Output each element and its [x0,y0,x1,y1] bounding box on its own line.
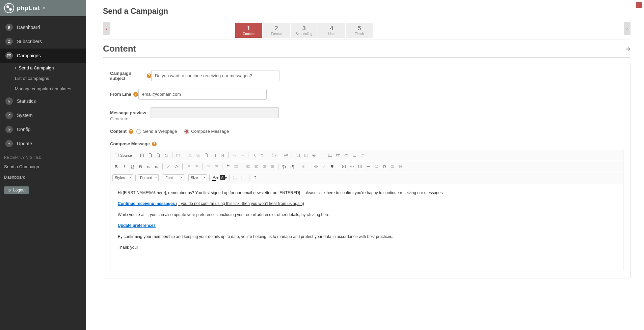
textcolor-icon[interactable]: A▾ [212,174,219,181]
confirm-link[interactable]: Continue receiving messages [118,201,175,206]
info-badge[interactable]: i [636,2,642,8]
recent-dashboard[interactable]: Dashboard [0,172,86,182]
div-icon[interactable] [233,163,240,170]
aligncenter-icon[interactable] [252,163,260,170]
templates-icon[interactable] [175,152,182,159]
subject-input[interactable] [151,70,279,81]
showblocks-icon[interactable] [240,174,247,181]
imagebutton-icon[interactable] [351,152,358,159]
cut-icon[interactable] [186,152,194,159]
copy-icon[interactable] [194,152,202,159]
paste-icon[interactable] [203,152,210,159]
spellcheck-icon[interactable]: ABC [282,152,290,159]
hiddenfield-icon[interactable] [359,152,366,159]
specialchar-icon[interactable]: Ω [381,163,388,170]
nav-system[interactable]: System [0,108,86,122]
size-select[interactable]: Size [188,174,207,181]
step-format[interactable]: 2 Format [263,23,290,38]
font-select[interactable]: Font [163,174,184,181]
recent-send-campaign[interactable]: Send a Campaign [0,161,86,172]
find-icon[interactable] [250,152,258,159]
justify-icon[interactable] [269,163,276,170]
redo-icon[interactable] [239,152,246,159]
bold-icon[interactable]: B [112,163,120,170]
paste-word-icon[interactable]: W [219,152,226,159]
preview-icon[interactable] [155,152,162,159]
unlink-icon[interactable] [320,163,328,170]
select-icon[interactable] [334,152,342,159]
logo[interactable]: phpList® [4,3,45,13]
source-button[interactable]: Source [112,152,134,159]
hr-icon[interactable] [365,163,372,170]
subnav-manage-templates[interactable]: Manage campaign templates [9,84,86,94]
help-icon[interactable]: ? [152,142,157,146]
nav-update[interactable]: Update [0,137,86,151]
logout-button[interactable]: Logout [4,186,29,194]
nav-campaigns[interactable]: Campaigns [0,49,86,63]
flash-icon[interactable]: f [348,163,356,170]
underline-icon[interactable]: U [129,163,136,170]
nav-statistics[interactable]: Statistics [0,94,86,108]
help-icon[interactable]: ? [133,92,138,97]
link-icon[interactable] [312,163,320,170]
nav-dashboard[interactable]: Dashboard [0,20,86,34]
image-icon[interactable] [340,163,348,170]
nav-subscribers[interactable]: Subscribers [0,34,86,49]
bulletlist-icon[interactable] [193,163,200,170]
step-content[interactable]: 1 Content [235,23,262,38]
replace-icon[interactable] [259,152,266,159]
step-scheduling[interactable]: 3 Scheduling [291,23,318,38]
from-input[interactable] [138,89,267,100]
format-select[interactable]: Format [138,174,159,181]
help-icon[interactable]: ? [147,73,151,78]
wizard-next-button[interactable]: › [624,22,630,35]
alignleft-icon[interactable] [244,163,252,170]
language-icon[interactable]: 語 [300,163,308,170]
table-icon[interactable] [356,163,364,170]
ltr-icon[interactable]: ¶‹ [280,163,288,170]
italic-icon[interactable]: I [120,163,128,170]
save-icon[interactable] [138,152,146,159]
maximize-icon[interactable] [232,174,239,181]
checkbox-icon[interactable] [302,152,310,159]
radio-webpage[interactable]: Send a Webpage [136,129,177,134]
rtl-icon[interactable]: ›¶ [289,163,296,170]
nav-config[interactable]: Config [0,122,86,137]
strike-icon[interactable]: S [137,163,144,170]
editor-body[interactable]: Hi [FIRST NAME%%there], remember us? You… [110,183,623,271]
numberlist-icon[interactable]: 12 [185,163,192,170]
radio-icon[interactable] [310,152,318,159]
styles-select[interactable]: Styles [112,174,133,181]
subnav-list-campaigns[interactable]: List of campaigns [9,73,86,84]
selectall-icon[interactable] [270,152,278,159]
iframe-icon[interactable] [397,163,404,170]
textfield-icon[interactable] [318,152,326,159]
step-lists[interactable]: 4 Lists [318,23,345,38]
outdent-icon[interactable] [205,163,212,170]
paste-text-icon[interactable]: T [211,152,218,159]
undo-icon[interactable] [231,152,238,159]
indent-icon[interactable] [213,163,220,170]
step-finish[interactable]: 5 Finish [346,23,373,38]
pagebreak-icon[interactable] [389,163,396,170]
about-icon[interactable]: ? [251,174,259,181]
form-icon[interactable] [294,152,301,159]
smiley-icon[interactable] [373,163,380,170]
button-icon[interactable] [343,152,350,159]
alignright-icon[interactable] [261,163,268,170]
blockquote-icon[interactable]: ❝ [224,163,232,170]
update-prefs-link[interactable]: Update preferences [118,223,156,228]
radio-compose[interactable]: Compose Message [184,129,229,134]
print-icon[interactable] [163,152,170,159]
bgcolor-icon[interactable]: A▾ [220,174,227,181]
copyformat-icon[interactable]: Ix [173,163,180,170]
superscript-icon[interactable]: x2 [153,163,160,170]
help-icon[interactable]: ? [129,129,133,134]
textarea-icon[interactable] [326,152,334,159]
subnav-send-campaign[interactable]: › Send a Campaign [9,63,86,73]
newpage-icon[interactable] [146,152,154,159]
subscript-icon[interactable]: x2 [145,163,152,170]
removeformat-icon[interactable]: T [165,163,172,170]
section-next-arrow[interactable]: ➔ [625,45,630,53]
wizard-prev-button[interactable]: ‹ [103,22,110,35]
